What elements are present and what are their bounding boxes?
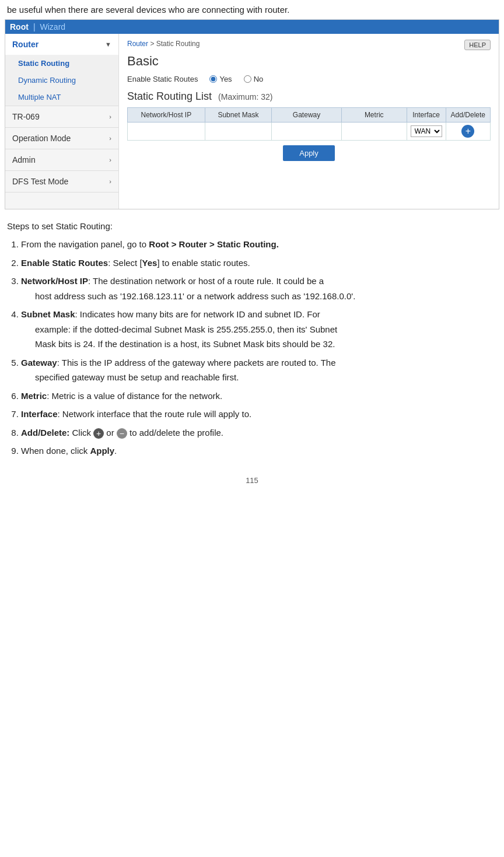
plus-icon: + — [93, 428, 104, 439]
sidebar-dfs-section: DFS Test Mode › — [5, 171, 118, 193]
nav-root[interactable]: Root — [10, 22, 29, 32]
no-radio-option[interactable]: No — [244, 75, 264, 83]
sidebar-item-admin[interactable]: Admin › — [5, 149, 118, 170]
input-network-ip[interactable] — [133, 127, 200, 136]
admin-chevron-icon: › — [109, 156, 111, 163]
steps-heading: Steps to set Static Routing: — [7, 221, 497, 231]
section-title: Basic — [127, 54, 491, 69]
opmode-chevron-icon: › — [109, 135, 111, 142]
step3-bold: Network/Host IP — [21, 276, 88, 286]
sidebar-opmode-label: Operation Mode — [12, 134, 71, 143]
step1-bold: Root > Router > Static Routing. — [149, 239, 279, 249]
routing-table: Network/Host IP Subnet Mask Gateway Metr… — [127, 107, 491, 141]
nav-separator: | — [33, 22, 36, 32]
steps-section: Steps to set Static Routing: From the na… — [0, 216, 504, 467]
nav-wizard[interactable]: Wizard — [40, 22, 66, 32]
cell-gateway[interactable] — [272, 123, 342, 141]
input-gateway[interactable] — [277, 127, 336, 136]
input-subnet-mask[interactable] — [210, 127, 267, 136]
step-4: Subnet Mask: Indicates how many bits are… — [21, 307, 497, 352]
sidebar-admin-section: Admin › — [5, 149, 118, 171]
router-chevron-icon: ▼ — [105, 41, 111, 48]
sidebar-dfs-label: DFS Test Mode — [12, 177, 68, 186]
step9-apply: Apply — [90, 446, 114, 456]
th-interface: Interface — [407, 108, 446, 123]
add-route-button[interactable]: + — [461, 125, 474, 138]
no-label: No — [254, 75, 264, 83]
sidebar: Router ▼ Static Routing Dynamic Routing … — [5, 34, 119, 209]
list-title: Static Routing List (Maximum: 32) — [127, 90, 491, 103]
sidebar-item-tr069[interactable]: TR-069 › — [5, 106, 118, 127]
list-subtitle-text: (Maximum: 32) — [218, 92, 272, 102]
th-network-host-ip: Network/Host IP — [128, 108, 205, 123]
breadcrumb-router-link[interactable]: Router — [127, 40, 148, 48]
tr069-chevron-icon: › — [109, 113, 111, 120]
sidebar-tr069-label: TR-069 — [12, 112, 40, 121]
minus-icon: − — [117, 428, 127, 439]
sidebar-router-label: Router — [12, 40, 38, 49]
sidebar-admin-label: Admin — [12, 155, 36, 165]
step-9: When done, click Apply. — [21, 443, 497, 459]
step4-sub1: example: if the dotted-decimal Subnet Ma… — [35, 322, 497, 337]
sidebar-item-operation-mode[interactable]: Operation Mode › — [5, 128, 118, 149]
yes-radio[interactable] — [209, 75, 217, 83]
sidebar-sub-dynamic-routing[interactable]: Dynamic Routing — [5, 72, 118, 89]
steps-list: From the navigation panel, go to Root > … — [7, 237, 497, 459]
sidebar-opmode-section: Operation Mode › — [5, 128, 118, 149]
yes-label: Yes — [219, 75, 232, 83]
step2-yes: Yes — [142, 258, 158, 268]
enable-label: Enable Static Routes — [127, 75, 198, 83]
step2-bold: Enable Static Routes — [21, 258, 108, 268]
th-subnet-mask: Subnet Mask — [205, 108, 272, 123]
step-6: Metric: Metric is a value of distance fo… — [21, 389, 497, 404]
breadcrumb-current: Static Routing — [156, 40, 200, 48]
list-title-text: Static Routing List — [127, 90, 212, 102]
step5-sub: specified gateway must be setup and reac… — [35, 370, 497, 385]
interface-select[interactable]: WAN LAN — [411, 125, 442, 137]
cell-interface[interactable]: WAN LAN — [407, 123, 446, 141]
th-metric: Metric — [341, 108, 407, 123]
sidebar-sub-multiple-nat[interactable]: Multiple NAT — [5, 89, 118, 106]
nav-bar: Root | Wizard — [5, 20, 499, 34]
cell-network-ip[interactable] — [128, 123, 205, 141]
sidebar-tr069-section: TR-069 › — [5, 106, 118, 128]
cell-subnet-mask[interactable] — [205, 123, 272, 141]
step-7: Interface: Network interface that the ro… — [21, 407, 497, 422]
dfs-chevron-icon: › — [109, 178, 111, 185]
cell-metric[interactable] — [341, 123, 407, 141]
sidebar-router-section: Router ▼ Static Routing Dynamic Routing … — [5, 34, 118, 106]
input-metric[interactable] — [346, 127, 401, 136]
yes-radio-option[interactable]: Yes — [209, 75, 232, 83]
main-content: HELP Router > Static Routing Basic Enabl… — [119, 34, 499, 209]
page-number: 115 — [0, 467, 504, 489]
step8-bold: Add/Delete: — [21, 428, 69, 438]
step-2: Enable Static Routes: Select [Yes] to en… — [21, 256, 497, 271]
th-add-delete: Add/Delete — [446, 108, 490, 123]
step-1: From the navigation panel, go to Root > … — [21, 237, 497, 252]
intro-text: be useful when there are several devices… — [0, 0, 504, 17]
enable-row: Enable Static Routes Yes No — [127, 75, 491, 83]
step6-bold: Metric — [21, 391, 47, 401]
apply-button[interactable]: Apply — [283, 145, 335, 161]
sidebar-sub-static-routing[interactable]: Static Routing — [5, 55, 118, 72]
step4-sub2: Mask bits is 24. If the destination is a… — [35, 337, 497, 352]
step-5: Gateway: This is the IP address of the g… — [21, 355, 497, 385]
th-gateway: Gateway — [272, 108, 342, 123]
step-8: Add/Delete: Click + or − to add/delete t… — [21, 425, 497, 440]
step5-bold: Gateway — [21, 358, 57, 368]
apply-row: Apply — [127, 145, 491, 161]
table-row: WAN LAN + — [128, 123, 491, 141]
step7-bold: Interface — [21, 409, 58, 419]
breadcrumb: Router > Static Routing — [127, 40, 491, 48]
step3-sub: host address such as '192.168.123.11' or… — [35, 289, 497, 304]
sidebar-item-dfs[interactable]: DFS Test Mode › — [5, 171, 118, 192]
breadcrumb-separator: > — [150, 40, 156, 48]
ui-frame: Root | Wizard Router ▼ Static Routing Dy… — [5, 19, 499, 209]
ui-body: Router ▼ Static Routing Dynamic Routing … — [5, 34, 499, 209]
no-radio[interactable] — [244, 75, 251, 83]
cell-add-delete[interactable]: + — [446, 123, 490, 141]
step4-bold: Subnet Mask — [21, 309, 75, 319]
step-3: Network/Host IP: The destination network… — [21, 274, 497, 303]
help-button[interactable]: HELP — [464, 40, 491, 50]
sidebar-item-router[interactable]: Router ▼ — [5, 34, 118, 55]
